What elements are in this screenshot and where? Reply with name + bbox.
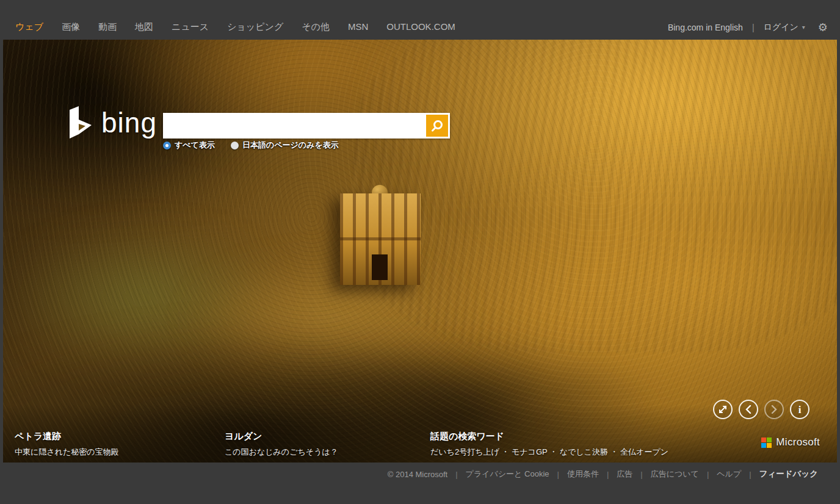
footer-separator: | bbox=[640, 470, 642, 479]
primary-nav: ウェブ 画像 動画 地図 ニュース ショッピング その他 MSN OUTLOOK… bbox=[15, 21, 455, 33]
nav-tab-shopping[interactable]: ショッピング bbox=[227, 21, 283, 33]
hero-captions: ペトラ遺跡 中東に隠された秘密の宝物殿 ヨルダン この国おなじみのごちそうは？ … bbox=[3, 427, 837, 463]
login-label: ログイン bbox=[764, 22, 798, 33]
gear-icon[interactable]: ⚙ bbox=[818, 22, 828, 33]
radio-unselected-icon bbox=[231, 142, 239, 149]
footer-links: © 2014 Microsoft | プライバシーと Cookie | 使用条件… bbox=[388, 469, 818, 480]
search-form bbox=[163, 113, 450, 139]
login-button[interactable]: ログイン ▾ bbox=[764, 22, 805, 33]
hero-controls: i bbox=[713, 400, 809, 419]
language-switch-link[interactable]: Bing.com in English bbox=[668, 23, 743, 32]
image-title-link[interactable]: ペトラ遺跡 bbox=[15, 431, 119, 442]
hero-background-image: ペトラ遺跡 中東に隠された秘密の宝物殿 ヨルダン この国おなじみのごちそうは？ … bbox=[3, 40, 837, 463]
image-caption: ペトラ遺跡 中東に隠された秘密の宝物殿 bbox=[15, 431, 119, 458]
search-icon bbox=[430, 119, 444, 132]
search-input[interactable] bbox=[163, 113, 422, 139]
radio-selected-icon bbox=[163, 142, 171, 149]
topbar-right: Bing.com in English | ログイン ▾ ⚙ bbox=[668, 22, 828, 33]
ms-square-blue bbox=[761, 443, 766, 448]
ms-square-yellow bbox=[767, 443, 772, 448]
footer-link-terms[interactable]: 使用条件 bbox=[567, 469, 599, 480]
bing-homepage: ウェブ 画像 動画 地図 ニュース ショッピング その他 MSN OUTLOOK… bbox=[0, 0, 840, 504]
image-info-button[interactable]: i bbox=[790, 400, 809, 419]
related-title-link[interactable]: ヨルダン bbox=[225, 431, 338, 442]
trending-caption: 話題の検索ワード だいち2号打ち上げ ・ モナコGP ・ なでしこ決勝 ・ 全仏… bbox=[430, 431, 668, 458]
nav-tab-web[interactable]: ウェブ bbox=[15, 21, 43, 33]
next-image-button[interactable] bbox=[764, 400, 784, 419]
info-icon: i bbox=[798, 405, 802, 415]
topbar-separator: | bbox=[752, 23, 755, 32]
radio-japanese-label: 日本語のページのみを表示 bbox=[242, 140, 339, 151]
nav-tab-more[interactable]: その他 bbox=[302, 21, 330, 33]
footer-link-feedback[interactable]: フィードバック bbox=[759, 469, 818, 480]
top-navigation-bar: ウェブ 画像 動画 地図 ニュース ショッピング その他 MSN OUTLOOK… bbox=[0, 0, 840, 40]
footer-separator: | bbox=[557, 470, 559, 479]
image-subtitle: 中東に隠された秘密の宝物殿 bbox=[15, 447, 119, 458]
radio-option-japanese-only[interactable]: 日本語のページのみを表示 bbox=[231, 140, 339, 151]
nav-tab-msn[interactable]: MSN bbox=[348, 21, 368, 33]
search-scope-options: すべて表示 日本語のページのみを表示 bbox=[163, 140, 339, 151]
nav-tab-outlook[interactable]: OUTLOOK.COM bbox=[386, 21, 455, 33]
microsoft-brand[interactable]: Microsoft bbox=[761, 436, 820, 448]
footer-link-about-ads[interactable]: 広告について bbox=[651, 469, 699, 480]
footer-link-privacy[interactable]: プライバシーと Cookie bbox=[466, 469, 549, 480]
footer-link-help[interactable]: ヘルプ bbox=[717, 469, 741, 480]
nav-tab-maps[interactable]: 地図 bbox=[135, 21, 153, 33]
footer-separator: | bbox=[455, 470, 457, 479]
previous-image-button[interactable] bbox=[739, 400, 758, 419]
copyright-text: © 2014 Microsoft bbox=[388, 470, 447, 479]
trending-items-links[interactable]: だいち2号打ち上げ ・ モナコGP ・ なでしこ決勝 ・ 全仏オープン bbox=[430, 447, 668, 458]
bing-logo-icon bbox=[67, 105, 96, 140]
footer: © 2014 Microsoft | プライバシーと Cookie | 使用条件… bbox=[0, 463, 840, 504]
fullscreen-icon bbox=[719, 405, 727, 414]
chevron-right-icon bbox=[771, 405, 777, 414]
ms-square-green bbox=[767, 437, 772, 442]
related-caption: ヨルダン この国おなじみのごちそうは？ bbox=[225, 431, 338, 458]
related-subtitle: この国おなじみのごちそうは？ bbox=[225, 447, 338, 458]
footer-link-ads[interactable]: 広告 bbox=[617, 469, 632, 480]
monastery-facade bbox=[340, 193, 421, 285]
bing-wordmark: bing bbox=[101, 109, 157, 137]
fullscreen-button[interactable] bbox=[713, 400, 733, 419]
nav-tab-news[interactable]: ニュース bbox=[172, 21, 209, 33]
nav-tab-videos[interactable]: 動画 bbox=[98, 21, 117, 33]
microsoft-logo-icon bbox=[761, 437, 772, 448]
bing-logo[interactable]: bing bbox=[67, 105, 157, 140]
footer-separator: | bbox=[749, 470, 751, 479]
search-button[interactable] bbox=[426, 115, 448, 137]
radio-all-label: すべて表示 bbox=[175, 140, 215, 151]
trending-title: 話題の検索ワード bbox=[430, 431, 668, 442]
ms-square-red bbox=[761, 437, 766, 442]
microsoft-wordmark: Microsoft bbox=[776, 436, 820, 448]
footer-separator: | bbox=[707, 470, 709, 479]
radio-option-all[interactable]: すべて表示 bbox=[163, 140, 215, 151]
nav-tab-images[interactable]: 画像 bbox=[62, 21, 80, 33]
chevron-left-icon bbox=[745, 405, 751, 414]
chevron-down-icon: ▾ bbox=[802, 24, 805, 31]
footer-separator: | bbox=[607, 470, 609, 479]
